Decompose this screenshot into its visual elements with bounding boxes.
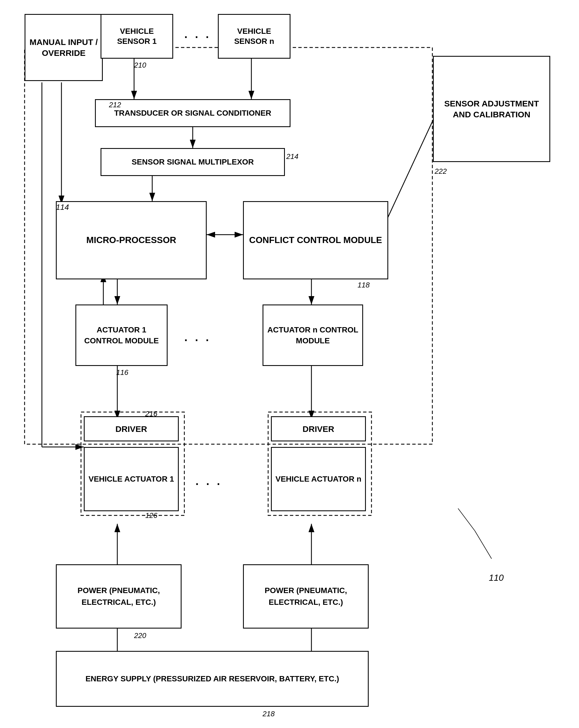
ref-222: 222 <box>435 167 447 176</box>
transducer-box: TRANSDUCER OR SIGNAL CONDITIONER <box>95 99 290 127</box>
driver1-box: DRIVER <box>84 416 179 441</box>
conflict-ctrl-box: CONFLICT CONTROL MODULE <box>243 201 388 279</box>
energy-supply-box: ENERGY SUPPLY (PRESSURIZED AIR RESERVOIR… <box>56 651 369 707</box>
ref-110: 110 <box>489 573 504 583</box>
svg-line-25 <box>475 531 492 559</box>
dots-actuator-ctrl: . . . <box>184 331 211 344</box>
manual-input-box: MANUAL INPUT / OVERRIDE <box>25 14 103 81</box>
sensor-adj-box: SENSOR ADJUSTMENT AND CALIBRATION <box>433 56 550 162</box>
sensor-mux-box: SENSOR SIGNAL MULTIPLEXOR <box>101 148 285 176</box>
microprocessor-box: MICRO-PROCESSOR <box>56 201 207 279</box>
dots-sensors: . . . <box>184 28 211 41</box>
ref-216: 216 <box>145 410 157 418</box>
ref-210: 210 <box>134 61 146 70</box>
drivern-box: DRIVER <box>271 416 366 441</box>
power2-box: POWER (PNEUMATIC, ELECTRICAL, ETC.) <box>243 564 369 628</box>
vehicle-actuatorn-box: VEHICLE ACTUATOR n <box>271 447 366 511</box>
dots-actuators: . . . <box>195 475 222 488</box>
ref-214: 214 <box>286 152 298 161</box>
svg-line-26 <box>458 509 475 531</box>
actuator1-ctrl-box: ACTUATOR 1 CONTROL MODULE <box>75 305 167 366</box>
actuatorn-ctrl-box: ACTUATOR n CONTROL MODULE <box>263 305 363 366</box>
vehicle-actuator1-box: VEHICLE ACTUATOR 1 <box>84 447 179 511</box>
vehicle-sensor-1-box: VEHICLE SENSOR 1 <box>101 14 173 59</box>
vehicle-sensor-n-box: VEHICLE SENSOR n <box>218 14 290 59</box>
ref-218: 218 <box>263 709 274 718</box>
ref-126: 126 <box>145 511 157 520</box>
diagram-container: MANUAL INPUT / OVERRIDE 224 VEHICLE SENS… <box>0 0 579 728</box>
ref-118: 118 <box>358 281 370 289</box>
ref-116: 116 <box>116 368 128 377</box>
ref-212: 212 <box>109 101 121 109</box>
ref-220: 220 <box>134 631 146 640</box>
power1-box: POWER (PNEUMATIC, ELECTRICAL, ETC.) <box>56 564 182 628</box>
ref-114: 114 <box>56 203 69 212</box>
